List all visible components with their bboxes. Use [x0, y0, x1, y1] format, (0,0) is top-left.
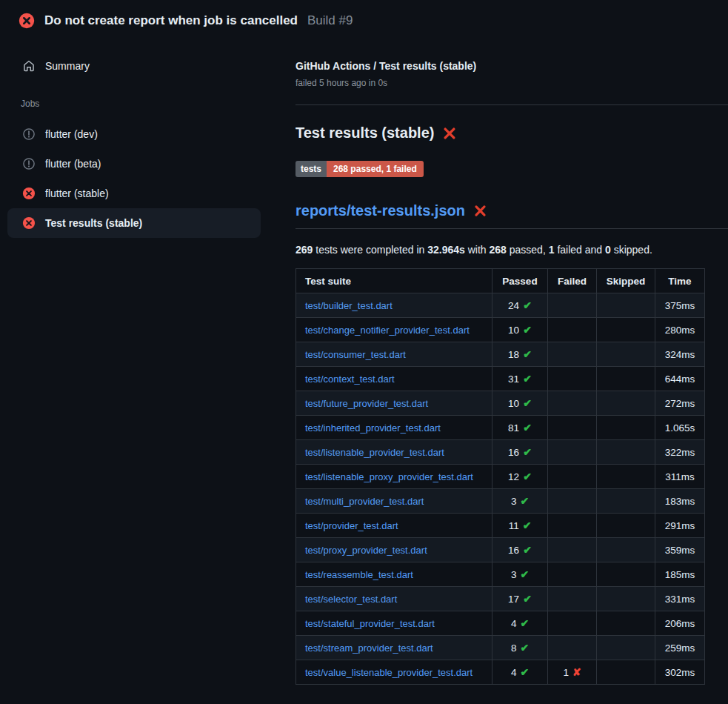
col-header-skipped: Skipped [597, 269, 655, 293]
table-row: test/selector_test.dart17✔331ms [296, 587, 705, 611]
time-cell: 644ms [655, 367, 705, 391]
suite-cell: test/context_test.dart [296, 367, 492, 391]
suite-cell: test/selector_test.dart [296, 587, 492, 611]
passed-cell: 31✔ [492, 367, 548, 391]
table-row: test/future_provider_test.dart10✔272ms [296, 391, 705, 416]
failed-cell [548, 318, 597, 342]
failed-cell [548, 587, 597, 611]
suite-link[interactable]: test/listenable_proxy_provider_test.dart [305, 471, 473, 482]
suite-link[interactable]: test/stateful_provider_test.dart [305, 618, 435, 629]
check-icon: ✔ [523, 471, 532, 482]
time-cell: 375ms [655, 293, 705, 318]
check-icon: ✔ [523, 593, 532, 605]
suite-link[interactable]: test/listenable_provider_test.dart [305, 447, 444, 458]
results-table: Test suite Passed Failed Skipped Time te… [295, 268, 705, 685]
suite-link[interactable]: test/change_notifier_provider_test.dart [305, 325, 470, 336]
time-value: 272ms [665, 398, 695, 409]
suite-link[interactable]: test/future_provider_test.dart [305, 398, 428, 409]
table-row: test/consumer_test.dart18✔324ms [296, 342, 705, 367]
section-title: Test results (stable) [295, 124, 704, 142]
sidebar-jobs-list: flutter (dev)flutter (beta)flutter (stab… [0, 119, 274, 238]
home-icon [22, 59, 36, 73]
suite-link[interactable]: test/consumer_test.dart [305, 349, 406, 360]
check-icon: ✔ [523, 519, 532, 531]
time-value: 302ms [665, 667, 695, 678]
suite-link[interactable]: test/stream_provider_test.dart [305, 642, 433, 654]
section-title-text: Test results (stable) [295, 124, 434, 142]
report-file-link[interactable]: reports/test-results.json [295, 202, 465, 219]
passed-count: 3 [511, 569, 517, 580]
report-title: reports/test-results.json [295, 202, 728, 229]
sidebar: Summary Jobs flutter (dev)flutter (beta)… [0, 38, 274, 238]
sidebar-job-label: flutter (beta) [45, 158, 101, 170]
table-row: test/proxy_provider_test.dart16✔359ms [296, 538, 705, 562]
skipped-cell [597, 514, 655, 538]
suite-link[interactable]: test/value_listenable_provider_test.dart [305, 667, 472, 678]
suite-cell: test/value_listenable_provider_test.dart [296, 660, 492, 685]
table-row: test/stream_provider_test.dart8✔259ms [296, 636, 705, 660]
passed-count: 12 [508, 471, 519, 482]
passed-cell: 3✔ [492, 489, 548, 514]
passed-cell: 10✔ [492, 318, 548, 342]
skipped-cell [597, 440, 655, 465]
sidebar-job-label: Test results (stable) [45, 217, 142, 229]
check-icon: ✔ [523, 544, 532, 556]
summary-segment: 32.964s [427, 244, 465, 256]
check-icon: ✔ [523, 324, 532, 336]
failed-status-icon [22, 187, 36, 200]
sidebar-job-item[interactable]: flutter (dev) [7, 119, 261, 149]
table-row: test/builder_test.dart24✔375ms [296, 293, 705, 318]
app-header: Do not create report when job is cancell… [0, 0, 728, 38]
sidebar-job-item[interactable]: flutter (stable) [7, 179, 261, 208]
suite-link[interactable]: test/builder_test.dart [305, 300, 393, 311]
skipped-cell [597, 660, 655, 685]
check-icon: ✔ [520, 495, 529, 507]
time-cell: 259ms [655, 636, 705, 660]
failed-count: 1 [563, 667, 569, 678]
time-value: 644ms [665, 373, 695, 385]
skipped-cell [597, 562, 655, 587]
time-value: 291ms [665, 520, 695, 531]
skipped-cell [597, 538, 655, 562]
time-cell: 331ms [655, 587, 705, 611]
failed-cell [548, 367, 597, 391]
time-value: 1.065s [665, 422, 695, 434]
skipped-cell [597, 293, 655, 318]
failed-cell [548, 562, 597, 587]
passed-cell: 16✔ [492, 440, 548, 465]
col-header-test-suite: Test suite [296, 269, 492, 293]
table-row: test/context_test.dart31✔644ms [296, 367, 705, 391]
time-value: 359ms [665, 545, 695, 556]
sidebar-job-item[interactable]: Test results (stable) [7, 208, 261, 238]
passed-cell: 4✔ [492, 611, 548, 636]
suite-link[interactable]: test/selector_test.dart [305, 594, 397, 605]
failed-cell: 1✘ [548, 660, 597, 685]
suite-link[interactable]: test/context_test.dart [305, 373, 395, 385]
passed-count: 81 [508, 422, 519, 434]
sidebar-summary-label: Summary [45, 60, 90, 72]
sidebar-item-summary[interactable]: Summary [7, 56, 261, 76]
time-cell: 302ms [655, 660, 705, 685]
passed-count: 18 [508, 349, 519, 360]
suite-link[interactable]: test/reassemble_test.dart [305, 569, 413, 580]
suite-cell: test/stateful_provider_test.dart [296, 611, 492, 636]
summary-line: 269 tests were completed in 32.964s with… [295, 244, 704, 256]
failed-x-icon [474, 205, 487, 217]
suite-cell: test/proxy_provider_test.dart [296, 538, 492, 562]
passed-count: 10 [508, 325, 519, 336]
suite-cell: test/stream_provider_test.dart [296, 636, 492, 660]
suite-link[interactable]: test/proxy_provider_test.dart [305, 545, 427, 556]
time-cell: 183ms [655, 489, 705, 514]
check-icon: ✔ [523, 373, 532, 385]
passed-count: 4 [511, 618, 517, 629]
suite-link[interactable]: test/multi_provider_test.dart [305, 496, 424, 507]
passed-cell: 4✔ [492, 660, 548, 685]
table-row: test/listenable_provider_test.dart16✔322… [296, 440, 705, 465]
table-row: test/provider_test.dart11✔291ms [296, 514, 705, 538]
time-value: 280ms [665, 325, 695, 336]
suite-link[interactable]: test/provider_test.dart [305, 520, 398, 531]
suite-link[interactable]: test/inherited_provider_test.dart [305, 422, 441, 434]
sidebar-job-item[interactable]: flutter (beta) [7, 149, 261, 179]
skipped-cell [597, 367, 655, 391]
tests-badge: tests 268 passed, 1 failed [295, 161, 424, 177]
